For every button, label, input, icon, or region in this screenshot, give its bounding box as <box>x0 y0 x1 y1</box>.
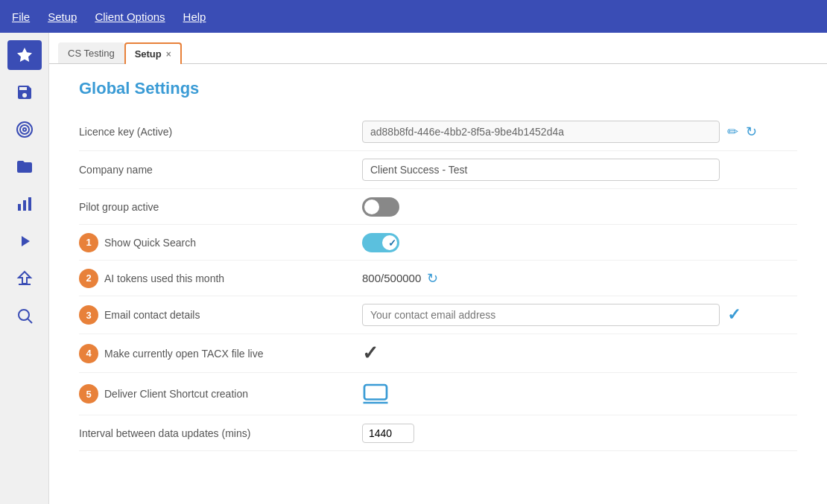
tab-cs-testing[interactable]: CS Testing <box>58 42 124 63</box>
setting-row-interval: Interval between data updates (mins) <box>79 415 797 451</box>
control-email: ✓ <box>362 304 797 326</box>
laptop-icon[interactable] <box>362 380 389 407</box>
tab-setup[interactable]: Setup × <box>124 42 182 64</box>
star-icon <box>16 46 34 64</box>
label-area-tacx: 4 Make currently open TACX file live <box>79 344 362 363</box>
control-pilot: − <box>362 197 797 217</box>
label-company: Company name <box>79 164 153 176</box>
setting-row-quicksearch: 1 Show Quick Search ✓ <box>79 225 797 261</box>
label-email: Email contact details <box>104 309 200 321</box>
sidebar-item-search[interactable] <box>7 301 42 331</box>
label-quicksearch: Show Quick Search <box>104 237 196 249</box>
page-title: Global Settings <box>79 79 797 98</box>
sidebar-item-folder[interactable] <box>7 152 42 182</box>
menu-setup[interactable]: Setup <box>48 10 77 23</box>
control-quicksearch: ✓ <box>362 233 797 252</box>
label-area-ai-tokens: 2 AI tokens used this month <box>79 269 362 288</box>
label-tacx: Make currently open TACX file live <box>104 348 263 360</box>
interval-input[interactable] <box>362 424 414 443</box>
setting-row-licence: Licence key (Active) ✏ ↻ <box>79 113 797 151</box>
step-badge-1: 1 <box>79 233 98 252</box>
quicksearch-toggle[interactable]: ✓ <box>362 233 399 252</box>
setting-row-email: 3 Email contact details ✓ <box>79 296 797 334</box>
label-area-shortcut: 5 Deliver Client Shortcut creation <box>79 384 362 403</box>
sidebar <box>0 33 49 504</box>
step-badge-2: 2 <box>79 269 98 288</box>
company-name-input[interactable] <box>362 159 720 181</box>
tab-bar: CS Testing Setup × <box>49 33 827 64</box>
token-value: 800/500000 <box>362 272 421 284</box>
menu-bar: File Setup Client Options Help <box>0 0 827 33</box>
label-area-company: Company name <box>79 164 362 176</box>
svg-point-1 <box>20 125 29 134</box>
pilot-toggle-knob <box>364 200 379 214</box>
upload-icon <box>16 269 34 287</box>
licence-key-input[interactable] <box>362 121 720 143</box>
step-badge-5: 5 <box>79 384 98 403</box>
sidebar-item-save[interactable] <box>7 77 42 107</box>
svg-point-2 <box>23 128 26 131</box>
target-icon <box>16 121 34 138</box>
sidebar-item-target[interactable] <box>7 115 42 144</box>
tab-close-button[interactable]: × <box>166 50 171 59</box>
svg-rect-5 <box>28 197 31 211</box>
tab-setup-label: Setup <box>135 48 162 60</box>
label-area-email: 3 Email contact details <box>79 305 362 325</box>
sidebar-item-play[interactable] <box>7 226 42 256</box>
label-area-quicksearch: 1 Show Quick Search <box>79 233 362 252</box>
svg-point-7 <box>19 310 29 320</box>
pilot-toggle[interactable]: − <box>362 197 399 217</box>
menu-help[interactable]: Help <box>183 10 206 23</box>
svg-rect-3 <box>18 204 21 211</box>
label-licence: Licence key (Active) <box>79 126 172 138</box>
label-interval: Interval between data updates (mins) <box>79 427 250 439</box>
refresh-licence-icon[interactable]: ↻ <box>746 124 757 140</box>
label-area-pilot: Pilot group active <box>79 201 362 213</box>
control-tacx: ✓ <box>362 342 797 365</box>
sidebar-item-chart[interactable] <box>7 189 42 219</box>
setting-row-company: Company name <box>79 151 797 189</box>
label-area-licence: Licence key (Active) <box>79 126 362 138</box>
label-area-interval: Interval between data updates (mins) <box>79 427 362 439</box>
folder-icon <box>16 158 34 176</box>
refresh-tokens-icon[interactable]: ↻ <box>427 270 438 287</box>
tacx-check-icon[interactable]: ✓ <box>362 342 378 365</box>
sidebar-item-upload[interactable] <box>7 264 42 293</box>
search-icon <box>16 307 34 325</box>
label-pilot: Pilot group active <box>79 201 159 213</box>
control-shortcut <box>362 380 797 407</box>
menu-file[interactable]: File <box>12 10 30 23</box>
control-licence: ✏ ↻ <box>362 121 797 143</box>
main-layout: CS Testing Setup × Global Settings Licen… <box>0 33 827 504</box>
save-icon <box>16 83 34 101</box>
control-company <box>362 159 797 181</box>
label-shortcut: Deliver Client Shortcut creation <box>104 388 248 400</box>
setting-row-pilot: Pilot group active − <box>79 189 797 225</box>
control-ai-tokens: 800/500000 ↻ <box>362 270 797 287</box>
email-submit-icon[interactable]: ✓ <box>727 305 741 325</box>
step-badge-4: 4 <box>79 344 98 363</box>
svg-line-8 <box>28 319 32 324</box>
content-area: CS Testing Setup × Global Settings Licen… <box>49 33 827 504</box>
control-interval <box>362 424 797 443</box>
chart-icon <box>16 195 34 213</box>
tab-cs-testing-label: CS Testing <box>68 48 115 59</box>
settings-panel: Global Settings Licence key (Active) ✏ ↻… <box>49 64 827 504</box>
play-icon <box>16 232 34 250</box>
step-badge-3: 3 <box>79 305 98 325</box>
svg-rect-4 <box>23 200 26 211</box>
quicksearch-toggle-check-icon: ✓ <box>388 237 396 248</box>
email-input[interactable] <box>362 304 720 326</box>
edit-licence-icon[interactable]: ✏ <box>727 124 738 140</box>
setting-row-shortcut: 5 Deliver Client Shortcut creation <box>79 373 797 415</box>
menu-client-options[interactable]: Client Options <box>95 10 165 23</box>
setting-row-ai-tokens: 2 AI tokens used this month 800/500000 ↻ <box>79 261 797 296</box>
sidebar-item-star[interactable] <box>7 40 42 70</box>
svg-rect-9 <box>364 385 387 400</box>
setting-row-tacx: 4 Make currently open TACX file live ✓ <box>79 334 797 373</box>
label-ai-tokens: AI tokens used this month <box>104 272 224 284</box>
